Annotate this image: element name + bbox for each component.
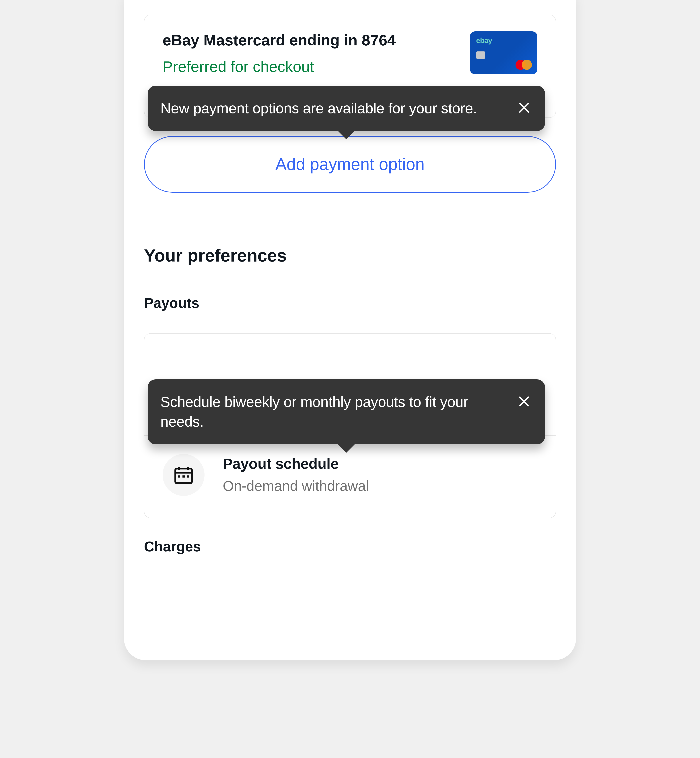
mastercard-logo-icon xyxy=(516,60,532,70)
add-payment-option-label: Add payment option xyxy=(275,155,425,174)
preferences-heading: Your preferences xyxy=(144,246,556,266)
preferred-badge: Preferred for checkout xyxy=(162,58,462,75)
close-icon xyxy=(518,102,530,114)
payment-options-tooltip: New payment options are available for yo… xyxy=(148,86,545,131)
card-chip-icon xyxy=(476,52,485,59)
payout-tooltip-text: Schedule biweekly or monthly payouts to … xyxy=(161,392,516,432)
close-icon xyxy=(518,395,530,408)
payout-schedule-value: On-demand withdrawal xyxy=(223,478,369,494)
calendar-icon xyxy=(162,454,205,496)
tooltip-close-button[interactable] xyxy=(516,393,532,410)
svg-rect-2 xyxy=(183,475,185,478)
card-brand-mark: ebay xyxy=(476,36,492,45)
payout-schedule-title: Payout schedule xyxy=(223,456,369,472)
add-payment-option-button[interactable]: Add payment option xyxy=(144,136,556,193)
svg-rect-1 xyxy=(178,475,180,478)
payout-tooltip: Schedule biweekly or monthly payouts to … xyxy=(148,379,545,444)
payment-options-tooltip-text: New payment options are available for yo… xyxy=(161,99,516,118)
tooltip-caret-icon xyxy=(337,130,355,139)
tooltip-close-button[interactable] xyxy=(516,100,532,116)
svg-rect-3 xyxy=(187,475,189,478)
payment-method-title: eBay Mastercard ending in 8764 xyxy=(162,31,462,49)
device-frame: eBay Mastercard ending in 8764 Preferred… xyxy=(124,0,576,660)
credit-card-icon: ebay xyxy=(470,31,538,74)
payouts-subheading: Payouts xyxy=(144,295,556,311)
charges-subheading: Charges xyxy=(144,538,556,555)
tooltip-caret-icon xyxy=(337,443,355,453)
